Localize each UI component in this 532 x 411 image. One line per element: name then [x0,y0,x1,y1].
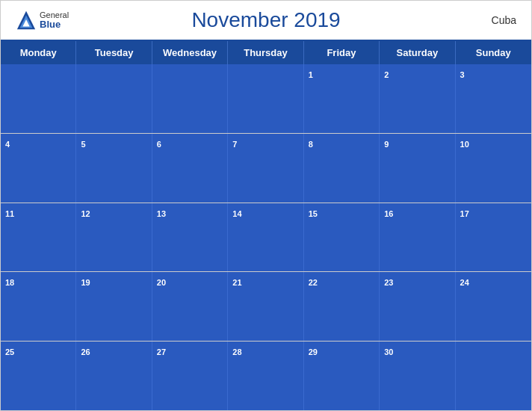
day-cell: 1 [304,64,380,133]
day-cell: 26 [76,342,152,410]
day-number: 21 [232,278,241,287]
day-header-friday: Friday [304,41,380,64]
day-header-monday: Monday [1,41,76,64]
day-header-wednesday: Wednesday [152,41,228,64]
day-number: 27 [157,347,166,356]
day-number: 17 [460,209,469,218]
day-cell: 16 [380,203,455,272]
day-number: 13 [157,209,166,218]
week-row-3: 18192021222324 [1,272,531,342]
day-cell: 14 [228,203,303,272]
week-row-1: 45678910 [1,134,531,203]
day-number: 23 [384,278,393,287]
day-cell: 18 [1,272,76,341]
day-cell: 28 [228,342,303,410]
day-cell [228,64,303,133]
day-cell: 15 [304,203,380,272]
day-cell: 20 [152,272,228,341]
day-cell: 6 [152,134,228,203]
day-cell [1,64,76,133]
day-number: 19 [81,278,90,287]
day-number: 25 [5,347,14,356]
calendar-title: November 2019 [191,8,340,32]
week-row-2: 11121314151617 [1,203,531,273]
day-number: 22 [309,278,318,287]
day-cell [456,342,531,410]
day-number: 30 [384,347,393,356]
day-header-thursday: Thursday [228,41,303,64]
day-number: 28 [232,347,241,356]
day-cell: 22 [304,272,380,341]
day-cell: 7 [228,134,303,203]
week-row-0: 123 [1,64,531,134]
logo: General Blue [16,10,69,31]
day-number: 4 [5,140,10,149]
day-number: 18 [5,278,14,287]
day-cell: 17 [456,203,531,272]
day-cell: 30 [380,342,455,410]
day-number: 3 [460,70,465,79]
day-cell: 8 [304,134,380,203]
day-number: 12 [81,209,90,218]
day-cell: 25 [1,342,76,410]
day-cell [152,64,228,133]
day-cell: 11 [1,203,76,272]
day-number: 5 [81,140,85,149]
day-number: 7 [232,140,237,149]
day-cell: 10 [456,134,531,203]
logo-text: General Blue [40,11,69,29]
day-cell: 27 [152,342,228,410]
logo-icon [16,10,37,31]
day-number: 20 [157,278,166,287]
day-number: 14 [232,209,241,218]
day-cell: 24 [456,272,531,341]
day-number: 26 [81,347,90,356]
day-cell: 21 [228,272,303,341]
day-cell: 4 [1,134,76,203]
day-number: 2 [384,70,389,79]
day-number: 9 [384,140,389,149]
day-header-sunday: Sunday [456,41,531,64]
day-cell: 13 [152,203,228,272]
calendar-grid: Monday Tuesday Wednesday Thursday Friday… [1,40,531,410]
calendar-container: General Blue November 2019 Cuba Monday T… [0,0,532,411]
day-cell [76,64,152,133]
day-cell: 3 [456,64,531,133]
day-number: 6 [157,140,161,149]
day-header-tuesday: Tuesday [76,41,152,64]
day-cell: 5 [76,134,152,203]
calendar-header: General Blue November 2019 Cuba [1,1,531,40]
week-row-4: 252627282930 [1,342,531,410]
calendar-weeks: 1234567891011121314151617181920212223242… [1,64,531,410]
day-number: 8 [309,140,313,149]
day-cell: 19 [76,272,152,341]
day-cell: 12 [76,203,152,272]
day-cell: 2 [380,64,455,133]
day-number: 15 [309,209,318,218]
day-cell: 23 [380,272,455,341]
day-cell: 9 [380,134,455,203]
day-number: 16 [384,209,393,218]
day-number: 10 [460,140,469,149]
day-headers-row: Monday Tuesday Wednesday Thursday Friday… [1,41,531,64]
day-number: 24 [460,278,469,287]
day-number: 1 [309,70,313,79]
logo-blue: Blue [40,19,69,29]
day-header-saturday: Saturday [380,41,455,64]
day-number: 11 [5,209,14,218]
day-cell: 29 [304,342,380,410]
day-number: 29 [309,347,318,356]
country-label: Cuba [492,14,516,26]
